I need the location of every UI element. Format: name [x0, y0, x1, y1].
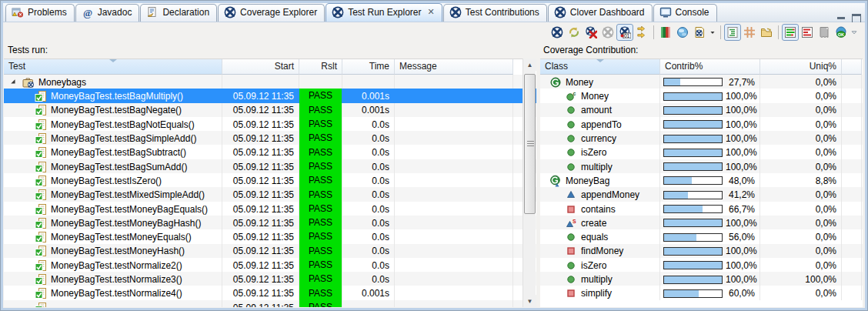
contrib-percent: 41,2% — [726, 189, 755, 200]
coverage-member-row[interactable]: appendMoney41,2%0,0% — [540, 187, 863, 201]
uniq-percent: 8,8% — [760, 173, 842, 187]
maximize-icon[interactable] — [852, 14, 860, 22]
tab-declaration[interactable]: Declaration — [140, 4, 217, 22]
scroll-up-icon[interactable]: ▲ — [523, 59, 536, 71]
left_panel-header-time[interactable]: Time — [342, 59, 395, 75]
red-coverage-bars-icon[interactable] — [799, 24, 816, 41]
sort-indicator-icon — [109, 59, 117, 62]
coverage-member-row[interactable]: findMoney100,0%0,0% — [540, 244, 863, 258]
view-menu-chevron-icon[interactable] — [850, 24, 859, 41]
export-session-icon[interactable] — [758, 24, 775, 41]
test-row[interactable]: MoneyBagTest.testBagNegate()05.09.12 11:… — [4, 103, 536, 117]
elapsed-time: 0.0s — [342, 145, 395, 159]
close-coverage-icon[interactable] — [583, 24, 599, 41]
step-tests-icon[interactable] — [633, 24, 650, 41]
left_panel-header-message[interactable]: Message — [395, 59, 513, 75]
clover-view-icon[interactable] — [549, 24, 566, 41]
coverage-member-row[interactable]: isZero100,0%0,0% — [540, 145, 863, 159]
test-row[interactable]: MoneyBagTest.testBagMultiply()05.09.12 1… — [4, 89, 536, 102]
pass-badge: PASS — [299, 272, 342, 286]
test-icon — [35, 104, 47, 116]
test-row[interactable]: MoneyBagTest.testBagSumAdd()05.09.12 11:… — [4, 159, 536, 173]
test-suite-row[interactable]: Moneybags — [4, 75, 536, 89]
coverage-bar — [663, 92, 723, 101]
coverage-member-row[interactable]: appendTo100,0%0,0% — [540, 117, 863, 131]
cloud-report-icon[interactable] — [674, 24, 691, 41]
coverage-member-row[interactable]: simplify60,0%0,0% — [540, 286, 863, 299]
private-method-icon — [565, 203, 577, 216]
contrib-cell: 60,0% — [660, 286, 760, 299]
coverage-member-row[interactable]: currency100,0%0,0% — [540, 131, 863, 145]
coverage-class-row[interactable]: Money27,7%0,0% — [540, 75, 863, 89]
right_panel-header-uniqpct[interactable]: Uniq% — [760, 59, 842, 75]
right_panel-header-filler[interactable] — [842, 59, 862, 75]
tab-javadoc[interactable]: @Javadoc — [75, 4, 140, 22]
left_panel-header-test[interactable]: Test — [4, 59, 222, 75]
test-name: MoneyBagTest.testBagSimpleAdd() — [51, 133, 196, 144]
coverage-member-row[interactable]: isZero100,0%0,0% — [540, 258, 863, 272]
close-tab-icon[interactable]: ✕ — [428, 7, 435, 17]
coverage-markers-icon[interactable] — [657, 24, 674, 41]
refresh-icon[interactable] — [566, 24, 583, 41]
minimize-icon[interactable] — [837, 14, 846, 22]
outline-view-icon[interactable] — [724, 24, 741, 41]
eclipse-view-window: Problems@JavadocDeclarationCoverage Expl… — [0, 0, 868, 311]
contrib-percent: 100,0% — [726, 105, 757, 115]
right_panel-header-contribpct[interactable]: Contrib% — [660, 59, 760, 75]
test-row[interactable]: MoneyBagTest.testMoneyEquals()05.09.12 1… — [4, 229, 536, 243]
tab-console[interactable]: Console — [653, 4, 717, 22]
test-row[interactable]: MoneyBagTest.testMoneyBagHash()05.09.12 … — [4, 216, 536, 229]
test-row[interactable]: MoneyBagTest.testBagNotEquals()05.09.12 … — [4, 117, 536, 131]
elapsed-time: 0.001s — [342, 286, 395, 299]
left_panel-header-start[interactable]: Start — [222, 59, 299, 75]
left_panel-header-rslt[interactable]: Rslt — [299, 59, 342, 75]
tab-problems[interactable]: Problems — [5, 4, 75, 22]
coverage-member-row[interactable]: equals56,0%0,0% — [540, 229, 863, 243]
right_panel-header-class[interactable]: Class — [540, 59, 660, 75]
elapsed-time: 0.0s — [342, 272, 395, 286]
column-label: Message — [399, 61, 437, 72]
scrollbar-thumb[interactable] — [524, 74, 536, 214]
coverage-member-row[interactable]: cMoney100,0%0,0% — [540, 89, 863, 102]
contrib-cell: 100,0% — [660, 117, 760, 131]
message-cell — [395, 202, 513, 216]
coverage-member-row[interactable]: amount100,0%0,0% — [540, 103, 863, 117]
test-row[interactable]: MoneyBagTest.testNormalize3()05.09.12 11… — [4, 272, 536, 286]
coverage-member-row[interactable]: contains66,7%0,0% — [540, 202, 863, 216]
test-row[interactable]: MoneyBagTest.testIsZero()05.09.12 11:35P… — [4, 173, 536, 187]
scroll-down-icon[interactable]: ▼ — [523, 295, 536, 307]
coverage-class-row[interactable]: MoneyBag48,0%8,8% — [540, 173, 863, 187]
test-row[interactable]: MoneyBagTest.testMixedSimpleAdd()05.09.1… — [4, 187, 536, 201]
dropdown-caret-icon[interactable] — [708, 24, 717, 41]
tab-label: Console — [676, 7, 709, 18]
ok-status-icon[interactable]: OK — [833, 24, 850, 41]
test-row[interactable]: MoneyBagTest.testBagSubtract()05.09.12 1… — [4, 145, 536, 159]
tab-test-contributions[interactable]: Test Contributions — [443, 4, 547, 22]
tab-test-run-explorer[interactable]: Test Run Explorer✕ — [326, 3, 442, 22]
pass-badge: PASS — [299, 300, 342, 307]
coverage-member-row[interactable]: multiply100,0%0,0% — [540, 159, 863, 173]
green-coverage-bars-icon[interactable] — [782, 24, 799, 41]
test-row[interactable]: MoneyBagTest.testMoneyBagEquals()05.09.1… — [4, 202, 536, 216]
tab-clover-dashboard[interactable]: Clover Dashboard — [548, 4, 653, 22]
coverage-member-row[interactable]: Screate100,0%0,0% — [540, 216, 863, 229]
vertical-scrollbar[interactable]: ▲ ▼ — [522, 59, 536, 307]
coverage-per-test-icon[interactable]: 01 — [616, 24, 633, 41]
test-name: MoneyBagTest.testBagMultiply() — [51, 91, 183, 102]
test-row[interactable]: MoneyBagTest.testNormalize4()05.09.12 11… — [4, 286, 536, 299]
test-row[interactable]: 05.09.12 11:35PASS — [4, 300, 536, 307]
column-label: Uniq% — [810, 61, 836, 72]
coverage-bar-fill — [664, 149, 722, 156]
test-row[interactable]: MoneyBagTest.testBagSimpleAdd()05.09.12 … — [4, 131, 536, 145]
contrib-cell: 100,0% — [660, 159, 760, 173]
tab-coverage-explorer[interactable]: Coverage Explorer — [218, 4, 325, 22]
generate-report-icon[interactable] — [691, 24, 708, 41]
coverage-member-row[interactable]: multiply100,0%100,0% — [540, 272, 863, 286]
grid-view-icon[interactable] — [741, 24, 758, 41]
uniq-percent: 0,0% — [760, 187, 842, 201]
blank-page-icon[interactable] — [816, 24, 833, 41]
expand-arrow-icon[interactable] — [8, 77, 18, 87]
test-row[interactable]: MoneyBagTest.testNormalize2()05.09.12 11… — [4, 258, 536, 272]
test-row[interactable]: MoneyBagTest.testMoneyHash()05.09.12 11:… — [4, 244, 536, 258]
clear-coverage-icon[interactable] — [599, 24, 616, 41]
